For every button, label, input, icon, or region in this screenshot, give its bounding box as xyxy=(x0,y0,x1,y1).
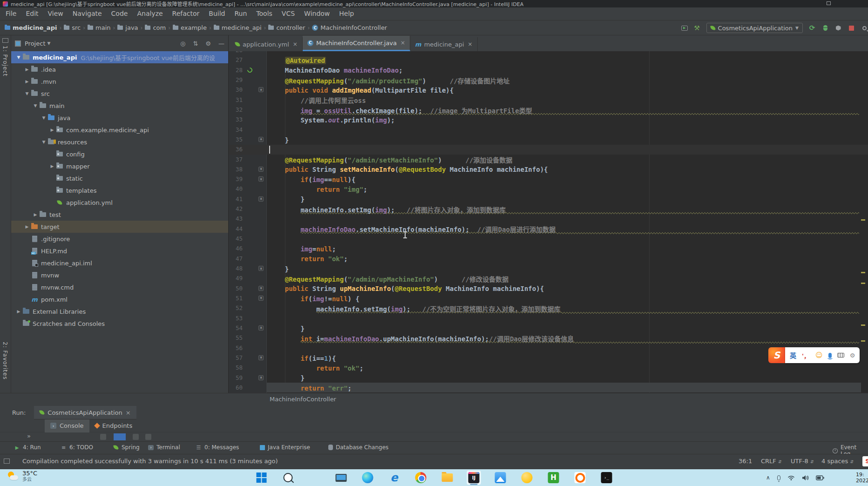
line-number[interactable]: 43 xyxy=(229,215,243,222)
editor-breadcrumb-item[interactable]: MachineInfoController xyxy=(270,396,336,403)
sidebar-item-favorites[interactable]: 2: Favorites xyxy=(2,342,8,380)
line-separator[interactable]: CRLF ⇵ xyxy=(761,458,782,465)
line-number[interactable]: 31 xyxy=(229,96,243,103)
code-line-39[interactable]: 39∨ if(img==null){ xyxy=(229,175,868,184)
code-line-29[interactable]: 29 @RequestMapping("/admin/productImg") … xyxy=(229,75,868,85)
fold-open-icon[interactable]: ∨ xyxy=(258,355,264,360)
wifi-icon[interactable] xyxy=(787,475,795,480)
taskbar-app-petal[interactable] xyxy=(520,471,534,485)
line-number[interactable]: 50 xyxy=(229,285,243,292)
screen-icon[interactable] xyxy=(2,38,8,43)
warning-stripe-mark[interactable] xyxy=(861,219,865,221)
tree-item-mvnw-cmd[interactable]: mvnw.cmd xyxy=(11,281,228,293)
line-number[interactable]: 37 xyxy=(229,156,243,163)
code-line-46[interactable]: 46 img=null; xyxy=(229,244,868,254)
code-line-41[interactable]: 41∧ } xyxy=(229,195,868,204)
line-number[interactable]: 32 xyxy=(229,106,243,113)
taskbar-app-photos[interactable] xyxy=(494,471,508,485)
line-number[interactable]: 28 xyxy=(229,67,243,74)
tree-collapse-arrow-icon[interactable]: ▶ xyxy=(48,128,56,132)
tree-item-templates[interactable]: templates xyxy=(11,184,228,196)
code-line-47[interactable]: 47 return "ok"; xyxy=(229,254,868,264)
search-everywhere-icon[interactable] xyxy=(861,24,868,32)
tree-expand-arrow-icon[interactable]: ▼ xyxy=(40,115,47,120)
breadcrumb-item[interactable]: controller xyxy=(268,24,305,31)
tree-item-main[interactable]: ▼main xyxy=(11,100,228,112)
run-config-tab[interactable]: CosmeticsApiApplication × xyxy=(34,406,136,419)
line-number[interactable]: 55 xyxy=(229,334,243,341)
breadcrumb-item[interactable]: example xyxy=(173,24,207,31)
spring-bean-gutter-icon[interactable] xyxy=(246,66,254,74)
run-configuration-select[interactable]: CosmeticsApiApplication ▼ xyxy=(706,23,803,33)
build-hammer-icon[interactable]: ⚒ xyxy=(693,24,701,32)
taskbar-app-hbuilder[interactable]: H xyxy=(547,471,561,485)
fold-close-icon[interactable]: ∧ xyxy=(258,375,264,380)
breadcrumb-item[interactable]: main xyxy=(88,24,110,31)
tree-item-com-example-medicine-api[interactable]: ▶com.example.medicine_api xyxy=(11,124,228,136)
code-line-45[interactable]: 45 xyxy=(229,234,868,244)
tree-expand-arrow-icon[interactable]: ▼ xyxy=(15,55,22,60)
tree-item-config[interactable]: config xyxy=(11,148,228,160)
sogou-logo-icon[interactable]: S xyxy=(768,347,785,363)
volume-icon[interactable] xyxy=(802,475,809,481)
menu-item-view[interactable]: View xyxy=(43,7,68,20)
tree-item-resources[interactable]: ▼resources xyxy=(11,136,228,148)
line-number[interactable]: 35 xyxy=(229,136,243,143)
menu-item-edit[interactable]: Edit xyxy=(21,7,43,20)
line-number[interactable]: 36 xyxy=(229,146,243,153)
tree-item-scratches-and-consoles[interactable]: Scratches and Consoles xyxy=(11,317,228,330)
console-toolbar-icon[interactable] xyxy=(145,434,151,440)
hide-panel-icon[interactable]: — xyxy=(218,40,224,47)
tree-item-application-yml[interactable]: application.yml xyxy=(11,196,228,209)
run-panel-tab-endpoints[interactable]: Endpoints xyxy=(89,419,138,432)
menu-item-refactor[interactable]: Refactor xyxy=(168,7,204,20)
tool-button-4-run[interactable]: 4: Run xyxy=(14,444,41,451)
tree-collapse-arrow-icon[interactable]: ▶ xyxy=(23,79,31,84)
line-number[interactable]: 48 xyxy=(229,265,243,272)
breadcrumb-item[interactable]: com xyxy=(145,24,166,31)
tree-collapse-arrow-icon[interactable]: ▶ xyxy=(23,224,31,229)
line-number[interactable]: 54 xyxy=(229,324,243,331)
coverage-button[interactable] xyxy=(834,24,842,32)
tree-collapse-arrow-icon[interactable]: ▶ xyxy=(32,212,39,217)
collapse-all-icon[interactable]: ⇅ xyxy=(193,40,198,47)
taskbar-app-projector[interactable] xyxy=(334,471,348,485)
line-number[interactable]: 30 xyxy=(229,86,243,93)
emoji-icon[interactable]: ☺ xyxy=(815,351,823,359)
close-icon[interactable]: × xyxy=(126,409,131,416)
tray-chevron-up-icon[interactable]: ∧ xyxy=(766,474,770,481)
tool-button-java-enterprise[interactable]: Java Enterprise xyxy=(260,444,310,451)
tree-item-java[interactable]: ▼java xyxy=(11,112,228,124)
tree-expand-arrow-icon[interactable]: ▼ xyxy=(40,140,47,144)
taskbar-app-task-view[interactable] xyxy=(308,471,322,485)
code-line-30[interactable]: 30∨ public void addImgHead(MultipartFile… xyxy=(229,85,868,95)
fold-open-icon[interactable]: ∨ xyxy=(258,286,264,291)
line-number[interactable]: 33 xyxy=(229,116,243,123)
tree-collapse-arrow-icon[interactable]: ▶ xyxy=(15,309,22,314)
line-number[interactable]: 60 xyxy=(229,384,243,391)
code-line-48[interactable]: 48∧ } xyxy=(229,264,868,274)
line-number[interactable]: 42 xyxy=(229,205,243,212)
menu-item-code[interactable]: Code xyxy=(107,7,133,20)
line-number[interactable]: 52 xyxy=(229,304,243,311)
sidebar-item-project[interactable]: 1: Project xyxy=(2,46,8,77)
code-editor[interactable]: 2627 @Autowired28 MachineInfoDao machine… xyxy=(229,51,868,393)
fold-close-icon[interactable]: ∧ xyxy=(258,266,264,271)
code-line-28[interactable]: 28 MachineInfoDao machineInfoDao; xyxy=(229,66,868,75)
code-line-55[interactable]: 55 int i=machineInfoDao.upMachineInfo(ma… xyxy=(229,333,868,343)
code-line-58[interactable]: 58 return "ok"; xyxy=(229,363,868,373)
tree-item-medicine-api[interactable]: ▼medicine_apiG:\shejiing\基于springboot vu… xyxy=(11,51,228,63)
tree-item-mapper[interactable]: ▶mapper xyxy=(11,160,228,172)
code-line-42[interactable]: 42 machineInfo.setImg(img); //将图片存入对象，添加… xyxy=(229,204,868,214)
fold-open-icon[interactable]: ∨ xyxy=(258,167,264,172)
ime-language-toggle[interactable]: 英 xyxy=(790,351,796,360)
tree-item-help-md[interactable]: HELP.md xyxy=(11,245,228,257)
fold-open-icon[interactable]: ∨ xyxy=(258,87,264,92)
chevron-down-icon[interactable]: ▼ xyxy=(47,41,50,46)
tree-collapse-arrow-icon[interactable]: ▶ xyxy=(23,67,31,72)
code-line-49[interactable]: 49 @RequestMapping("/admin/upMachineInfo… xyxy=(229,274,868,284)
menu-item-analyze[interactable]: Analyze xyxy=(132,7,167,20)
menu-item-tools[interactable]: Tools xyxy=(251,7,277,20)
fold-open-icon[interactable]: ∨ xyxy=(258,296,264,301)
line-number[interactable]: 47 xyxy=(229,255,243,262)
